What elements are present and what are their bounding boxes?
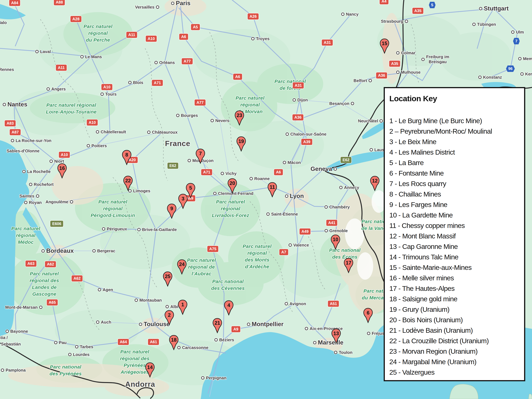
legend-entry: 6 - Fontsante Mine (389, 168, 521, 178)
location-pin-icon[interactable]: 10 (330, 234, 341, 250)
svg-text:13: 13 (333, 331, 339, 336)
legend-entry: 13 - Cap Garonne Mine (389, 241, 521, 252)
legend-title: Location Key (389, 94, 521, 103)
legend-entry: 5 - La Barre (389, 158, 521, 168)
svg-text:11: 11 (270, 184, 275, 190)
svg-text:2: 2 (168, 312, 171, 318)
legend-entry: 23 - Morvan Region (Uranium) (389, 346, 521, 357)
legend-entry: 12 - Mont Blanc Massif (389, 231, 521, 241)
location-pin-icon[interactable]: 22 (123, 176, 133, 191)
legend-entry: 17 - The Hautes-Alpes (389, 283, 521, 294)
svg-text:3: 3 (182, 196, 184, 202)
svg-text:16: 16 (59, 165, 65, 171)
location-pin-icon[interactable]: 19 (236, 136, 246, 152)
svg-text:25: 25 (165, 274, 171, 279)
svg-text:10: 10 (333, 237, 338, 242)
legend-entry: 22 - La Crouzille District (Uranium) (389, 336, 521, 346)
location-pin-icon[interactable]: 17 (343, 258, 354, 273)
svg-text:6: 6 (367, 310, 369, 316)
legend-entry: 9 - Les Farges Mine (389, 199, 521, 210)
legend-entry: 3 - Le Beix Mine (389, 137, 521, 147)
legend-entry: 4 - Les Malines District (389, 147, 521, 158)
legend-entry: 10 - La Gardette Mine (389, 210, 521, 220)
svg-text:5: 5 (189, 185, 192, 191)
location-pin-icon[interactable]: 6 (363, 308, 373, 323)
svg-text:24: 24 (179, 261, 185, 267)
legend-list: 1 - Le Burg Mine (Le Burc Mine) 2 – Peyr… (389, 116, 521, 378)
location-pin-icon[interactable]: 24 (177, 259, 187, 275)
legend-entry: 20 - Bois Noirs (Uranium) (389, 315, 521, 325)
location-pin-icon[interactable]: 8 (121, 150, 132, 165)
svg-text:12: 12 (372, 178, 378, 184)
location-pin-icon[interactable]: 5 (185, 183, 196, 198)
svg-text:15: 15 (382, 41, 387, 46)
legend-entry: 11 - Chessy copper mines (389, 220, 521, 231)
legend-entry: 25 - Valzergues (389, 367, 521, 378)
svg-text:18: 18 (171, 337, 177, 343)
location-pin-icon[interactable]: 20 (227, 178, 237, 194)
svg-text:19: 19 (238, 139, 244, 144)
legend-entry: 8 - Chaillac Mines (389, 189, 521, 199)
svg-text:8: 8 (125, 152, 128, 158)
svg-text:20: 20 (230, 180, 235, 186)
location-pin-icon[interactable]: 1 (177, 299, 188, 315)
location-pin-icon[interactable]: 11 (267, 182, 278, 197)
legend-entry: 21 - Lodève Basin (Uranium) (389, 325, 521, 336)
map-canvas[interactable]: Parc naturel régional du Perche Parc nat… (0, 0, 532, 399)
location-pin-icon[interactable]: 4 (224, 300, 234, 316)
location-pin-icon[interactable]: 15 (379, 38, 390, 54)
svg-text:7: 7 (199, 151, 202, 156)
location-pin-icon[interactable]: 23 (234, 110, 245, 126)
location-pin-icon[interactable]: 7 (195, 148, 206, 164)
legend-entry: 18 - Salsigne gold mine (389, 294, 521, 304)
legend-entry: 7 - Les Rocs quarry (389, 178, 521, 189)
svg-text:9: 9 (170, 206, 173, 211)
location-pin-icon[interactable]: 25 (163, 271, 173, 287)
location-pin-icon[interactable]: 14 (145, 362, 155, 378)
svg-text:1: 1 (181, 302, 184, 307)
location-pin-icon[interactable]: 12 (370, 176, 380, 191)
svg-text:23: 23 (237, 113, 242, 118)
legend-entry: 15 - Sainte-Marie-aux-Mines (389, 262, 521, 273)
location-pin-icon[interactable]: 2 (164, 310, 174, 325)
location-pin-icon[interactable]: 9 (166, 203, 177, 219)
svg-text:4: 4 (227, 302, 230, 308)
location-pin-icon[interactable]: 21 (212, 318, 222, 333)
legend-entry: 14 - Trimouns Talc Mine (389, 252, 521, 262)
location-pin-icon[interactable]: 16 (57, 163, 67, 179)
legend-entry: 2 – Peyrebrune/Mont-Roc/ Moulinal (389, 126, 521, 137)
location-pin-icon[interactable]: 18 (169, 335, 179, 350)
svg-text:21: 21 (215, 320, 220, 326)
location-pin-icon[interactable]: 13 (331, 328, 341, 344)
legend-entry: 24 - Margabal Mine (Uranium) (389, 357, 521, 367)
legend-entry: 1 - Le Burg Mine (Le Burc Mine) (389, 116, 521, 126)
legend-entry: 19 - Grury (Uranium) (389, 304, 521, 315)
svg-text:22: 22 (125, 178, 131, 184)
location-key-panel: Location Key 1 - Le Burg Mine (Le Burc M… (384, 87, 525, 381)
svg-text:14: 14 (147, 365, 153, 370)
svg-text:17: 17 (346, 260, 351, 266)
legend-entry: 16 - Melle silver mines (389, 273, 521, 283)
